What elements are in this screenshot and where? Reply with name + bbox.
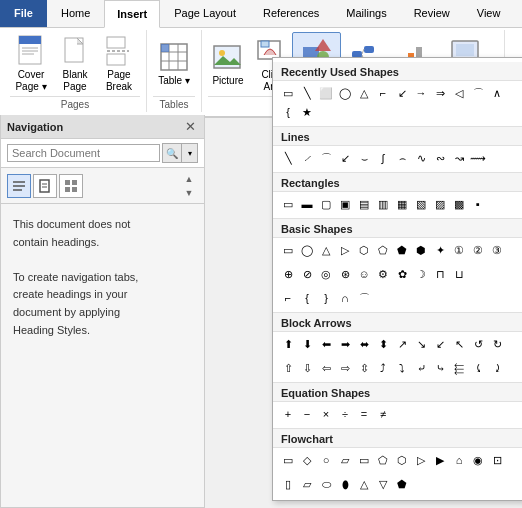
shape-item[interactable]: ⌒ [317,149,335,167]
shape-item[interactable]: ⬢ [412,241,430,259]
shape-item[interactable]: ▧ [412,195,430,213]
shape-item[interactable]: ▭ [279,451,297,469]
shape-item[interactable]: ⌂ [450,451,468,469]
search-dropdown-button[interactable]: ▾ [182,143,198,163]
cover-page-button[interactable]: CoverPage ▾ [10,32,52,96]
shape-item[interactable]: → [412,84,430,102]
shape-item[interactable]: ≠ [374,405,392,423]
shape-item[interactable]: ⇒ [431,84,449,102]
shape-item[interactable]: ∩ [336,289,354,307]
shape-item[interactable]: ⊛ [336,265,354,283]
shape-item[interactable]: ▩ [450,195,468,213]
shape-item[interactable]: ▱ [336,451,354,469]
shape-item[interactable]: ⚙ [374,265,392,283]
shape-item[interactable]: ∿ [412,149,430,167]
search-input[interactable] [7,144,160,162]
shape-item[interactable]: ▥ [374,195,392,213]
shape-item[interactable]: } [317,289,335,307]
shape-item[interactable]: ▭ [279,241,297,259]
shape-item[interactable]: ▦ [393,195,411,213]
shape-item[interactable]: ▭ [279,195,297,213]
shape-item[interactable]: − [298,405,316,423]
shape-item[interactable]: ⬅ [317,335,335,353]
shape-item[interactable]: ⟿ [469,149,487,167]
shape-item[interactable]: ◯ [298,241,316,259]
shape-item[interactable]: ✿ [393,265,411,283]
nav-arrow-up[interactable]: ▲ [180,172,198,185]
shape-item[interactable]: ↘ [412,335,430,353]
shape-item[interactable]: ⊓ [431,265,449,283]
shape-item[interactable]: ↗ [393,335,411,353]
shape-item[interactable]: ⤵ [393,359,411,377]
shape-item[interactable]: ⤷ [431,359,449,377]
shape-item[interactable]: ⊕ [279,265,297,283]
shape-item[interactable]: ⌐ [279,289,297,307]
shape-item[interactable]: ↙ [431,335,449,353]
shape-item[interactable]: ⬡ [393,451,411,469]
shape-item[interactable]: ⬠ [374,451,392,469]
shape-item[interactable]: ↝ [450,149,468,167]
nav-view-results-button[interactable] [59,174,83,198]
shape-item[interactable]: ÷ [336,405,354,423]
shape-item[interactable]: ⤹ [469,359,487,377]
shape-item[interactable]: ↖ [450,335,468,353]
shape-item[interactable]: ⌒ [469,84,487,102]
shape-item[interactable]: ▶ [431,451,449,469]
shape-item[interactable]: { [279,103,297,121]
shape-item[interactable]: ▷ [412,451,430,469]
shape-item[interactable]: ▭ [355,451,373,469]
shape-item[interactable]: ⌢ [393,149,411,167]
shape-item[interactable]: ☺ [355,265,373,283]
shape-item[interactable]: ⌣ [355,149,373,167]
table-button[interactable]: Table ▾ [153,32,195,96]
shape-item[interactable]: ⬮ [336,475,354,493]
tab-page-layout[interactable]: Page Layout [161,0,249,27]
tab-home[interactable]: Home [48,0,103,27]
shape-item[interactable]: ▱ [298,475,316,493]
shape-item[interactable]: ○ [317,451,335,469]
shape-item[interactable]: ⇦ [317,359,335,377]
tab-review[interactable]: Review [401,0,463,27]
shape-item[interactable]: ⌐ [374,84,392,102]
shape-item[interactable]: ∾ [431,149,449,167]
shape-item[interactable]: △ [317,241,335,259]
shape-item[interactable]: ▤ [355,195,373,213]
picture-button[interactable]: Picture [208,32,248,96]
shape-item[interactable]: △ [355,475,373,493]
shape-item[interactable]: ↙ [336,149,354,167]
tab-view[interactable]: View [464,0,514,27]
shape-item[interactable]: ▯ [279,475,297,493]
shape-item[interactable]: = [355,405,373,423]
shape-item[interactable]: ▽ [374,475,392,493]
shape-item[interactable]: ① [450,241,468,259]
navigation-close-button[interactable]: ✕ [183,119,198,134]
shape-item[interactable]: ⬇ [298,335,316,353]
shape-item[interactable]: ∧ [488,84,506,102]
nav-view-headings-button[interactable] [7,174,31,198]
shape-item[interactable]: ➡ [336,335,354,353]
shape-item[interactable]: ▬ [298,195,316,213]
shape-item[interactable]: ② [469,241,487,259]
tab-mailings[interactable]: Mailings [333,0,399,27]
shape-item[interactable]: ⬟ [393,475,411,493]
shape-item[interactable]: ▪ [469,195,487,213]
shape-item[interactable]: ⇨ [336,359,354,377]
shape-item[interactable]: ⬱ [450,359,468,377]
shape-item[interactable]: △ [355,84,373,102]
shape-item[interactable]: ☽ [412,265,430,283]
search-button[interactable]: 🔍 [162,143,182,163]
shape-item[interactable]: ⟋ [298,149,316,167]
shape-item[interactable]: ★ [298,103,316,121]
shape-item[interactable]: ⊡ [488,451,506,469]
shape-item[interactable]: ⇩ [298,359,316,377]
tab-insert[interactable]: Insert [104,0,160,28]
shape-item[interactable]: ⤴ [374,359,392,377]
shape-item[interactable]: ⬠ [374,241,392,259]
shape-item[interactable]: ✦ [431,241,449,259]
shape-item[interactable]: ↙ [393,84,411,102]
shape-item[interactable]: ⬟ [393,241,411,259]
shape-item[interactable]: + [279,405,297,423]
shape-item[interactable]: ⤶ [412,359,430,377]
shape-item[interactable]: ⬭ [317,475,335,493]
shape-item[interactable]: ⬜ [317,84,335,102]
